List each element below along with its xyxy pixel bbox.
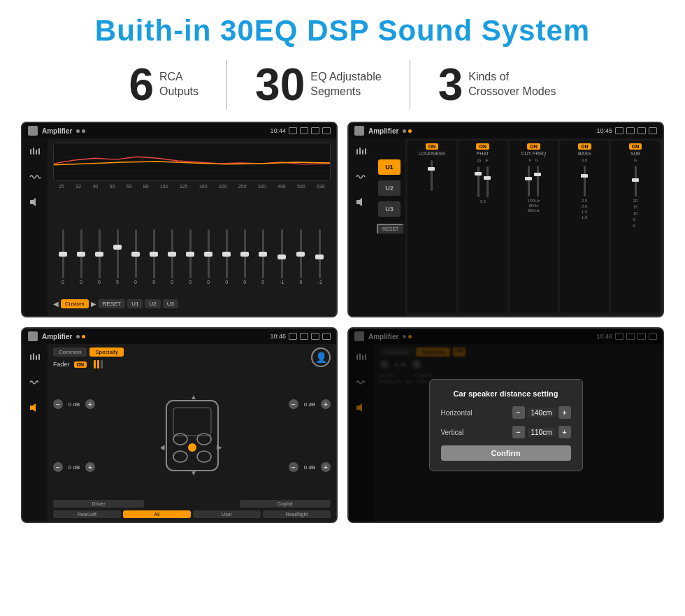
loudness-slider[interactable] [410, 158, 454, 193]
wave-icon-2[interactable] [354, 169, 369, 185]
wave-icon[interactable] [27, 169, 43, 185]
slider-11[interactable]: 0 [243, 229, 246, 292]
back-icon-1[interactable] [322, 127, 331, 134]
stat-number-rca: 6 [129, 62, 154, 107]
copilot-btn[interactable]: Copilot [240, 500, 331, 508]
slider-14[interactable]: 0 [300, 229, 303, 292]
slider-12[interactable]: 0 [261, 229, 264, 292]
eq-icon[interactable] [27, 144, 43, 159]
profile-icon[interactable]: 👤 [311, 348, 331, 367]
vol-fl-minus[interactable]: − [53, 399, 63, 409]
status-dots-1 [76, 129, 85, 133]
all-btn[interactable]: All [123, 510, 191, 518]
back-icon-3[interactable] [322, 333, 331, 340]
freq-63: 63 [127, 184, 132, 189]
vol-fr-minus[interactable]: − [289, 399, 298, 409]
u3-select[interactable]: U3 [378, 201, 401, 217]
slider-7[interactable]: 0 [171, 229, 173, 292]
horizontal-plus[interactable]: + [558, 406, 571, 419]
home-icon-1[interactable] [28, 126, 38, 136]
vol-rl-minus[interactable]: − [53, 462, 63, 472]
slider-6[interactable]: 0 [152, 229, 155, 292]
dot1 [76, 129, 80, 133]
slider-1[interactable]: 0 [62, 229, 64, 292]
dot4 [408, 129, 412, 133]
back-icon-2[interactable] [649, 127, 657, 134]
bass-slider[interactable] [563, 164, 606, 199]
sub-on: ON [629, 143, 642, 150]
stats-row: 6 RCAOutputs 30 EQ AdjustableSegments 3 … [21, 60, 664, 109]
vol-rl-plus[interactable]: + [85, 462, 95, 472]
bottom-controls-1: ◀ Custom ▶ RESET U1 U2 U3 [53, 295, 331, 312]
svg-marker-4 [30, 198, 36, 206]
speaker-icon[interactable] [27, 194, 43, 210]
slider-9[interactable]: 0 [207, 229, 210, 292]
eq-icon-2[interactable] [354, 144, 369, 159]
slider-3[interactable]: 0 [98, 229, 101, 292]
vertical-label: Vertical [441, 429, 512, 436]
vol-fr: − 0 dB + [289, 399, 331, 409]
stat-rca: 6 RCAOutputs [101, 62, 226, 107]
tab-specialty[interactable]: Specialty [89, 348, 123, 357]
sub-slider[interactable] [614, 164, 657, 199]
eq-icon-3[interactable] [27, 350, 43, 365]
svg-rect-21 [173, 408, 211, 436]
home-icon-2[interactable] [354, 126, 364, 136]
stat-number-eq: 30 [255, 62, 305, 107]
confirm-button[interactable]: Confirm [441, 445, 571, 461]
slider-10[interactable]: 0 [225, 229, 228, 292]
dot3 [403, 129, 406, 133]
horizontal-minus[interactable]: − [512, 406, 525, 419]
empty-btn [146, 500, 237, 508]
loudness-on: ON [426, 143, 439, 150]
home-icon-3[interactable] [28, 331, 38, 341]
u2-btn[interactable]: U2 [145, 299, 160, 308]
page-title: Buith-in 30EQ DSP Sound System [21, 14, 664, 48]
dot5 [76, 335, 80, 338]
reset-btn-1[interactable]: RESET [99, 299, 126, 308]
vol-fr-plus[interactable]: + [321, 399, 331, 409]
rearleft-btn[interactable]: RearLeft [53, 510, 121, 518]
status-bar-left-1: Amplifier [28, 126, 85, 136]
user-btn[interactable]: User [193, 510, 261, 518]
vol-rr-plus[interactable]: + [321, 462, 331, 472]
custom-btn[interactable]: Custom [61, 299, 89, 308]
cutfreq-slider[interactable] [512, 164, 556, 199]
speaker-icon-3[interactable] [27, 400, 43, 415]
slider-15[interactable]: -1 [318, 229, 322, 292]
u1-select[interactable]: U1 [378, 159, 401, 175]
ch-loudness: ON LOUDNESS [408, 141, 456, 313]
next-arrow[interactable]: ▶ [91, 300, 96, 308]
screen1-time: 10:44 [270, 127, 286, 134]
speaker-icon-2[interactable] [354, 194, 369, 210]
svg-rect-18 [38, 354, 40, 360]
slider-8[interactable]: 0 [189, 229, 192, 292]
svg-rect-12 [362, 150, 363, 155]
reset-btn-2[interactable]: RESET [377, 224, 404, 234]
phat-slider[interactable] [461, 164, 505, 199]
u1-btn[interactable]: U1 [127, 299, 143, 308]
ch-sub: ON SUB G 20151050 [611, 141, 660, 313]
slider-4[interactable]: 5 [116, 229, 119, 292]
u2-select[interactable]: U2 [378, 180, 401, 196]
driver-btn[interactable]: Driver [53, 500, 144, 508]
rearright-btn[interactable]: RearRight [263, 510, 331, 518]
dialog-box: Car speaker distance setting Horizontal … [429, 379, 583, 471]
slider-2[interactable]: 0 [80, 229, 82, 292]
screen1-content: 25 32 40 50 63 80 100 125 160 200 250 32… [22, 138, 336, 316]
u3-btn[interactable]: U3 [163, 299, 178, 308]
wave-icon-3[interactable] [27, 375, 43, 390]
vertical-minus[interactable]: − [512, 426, 525, 438]
u-panel: U1 U2 U3 RESET [374, 138, 405, 316]
page-container: Buith-in 30EQ DSP Sound System 6 RCAOutp… [0, 0, 685, 616]
prev-arrow[interactable]: ◀ [53, 300, 59, 308]
tab-common[interactable]: Common [53, 348, 87, 357]
svg-rect-3 [38, 148, 40, 155]
screen3-title: Amplifier [42, 333, 72, 341]
vol-fl-plus[interactable]: + [85, 399, 95, 409]
vol-rr-minus[interactable]: − [289, 462, 298, 472]
slider-13[interactable]: -1 [280, 229, 284, 292]
ch-cutfreq: ON CUT FREQ F G 100Hz90Hz80kHz [510, 141, 558, 313]
vertical-plus[interactable]: + [558, 426, 571, 438]
slider-5[interactable]: 0 [134, 229, 137, 292]
